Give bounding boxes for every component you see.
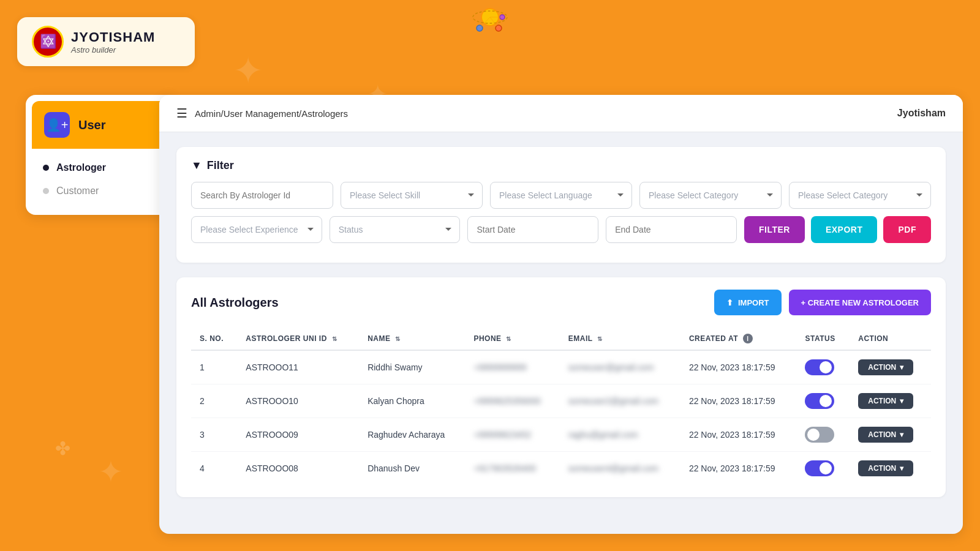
hamburger-icon[interactable]: ☰ [176,106,187,121]
topbar-username: Jyotisham [897,108,946,119]
filter-row-2: Please Select Experience Status FILTER E… [191,216,931,243]
pdf-button[interactable]: PDF [883,216,931,243]
category2-select[interactable]: Please Select Category [789,182,931,209]
cell-phone: +9999625356000 [465,384,559,418]
col-uni-id: ASTROLOGER UNI ID ⇅ [237,328,359,350]
table-actions: ⬆ IMPORT + CREATE NEW ASTROLOGER [714,290,931,315]
cell-email: someuser2@gmail.com [560,384,680,418]
sidebar-item-customer[interactable]: Customer [38,179,160,203]
export-button[interactable]: EXPORT [811,216,878,243]
customer-label: Customer [56,186,99,197]
filter-title: Filter [207,159,234,172]
cell-sno: 2 [191,384,237,418]
status-toggle[interactable] [805,359,834,375]
start-date-input[interactable] [467,216,598,243]
cell-name: Dhanush Dev [359,452,465,485]
astrologer-label: Astrologer [56,162,106,173]
import-button[interactable]: ⬆ IMPORT [714,290,782,315]
col-name: NAME ⇅ [359,328,465,350]
filter-actions: FILTER EXPORT PDF [744,216,931,243]
cell-created-at: 22 Nov, 2023 18:17:59 [680,384,797,418]
table-row: 1 ASTROOO11 Riddhi Swamy +9999999999 som… [191,350,931,384]
cell-sno: 4 [191,452,237,485]
table-row: 3 ASTROOO09 Raghudev Acharaya +999996234… [191,418,931,452]
cell-status [796,384,850,418]
logo-card: 🔯 JYOTISHAM Astro builder [17,17,195,66]
cell-sno: 1 [191,350,237,384]
action-button[interactable]: ACTION ▾ [858,393,913,409]
table-title: All Astrologers [191,296,279,310]
app-subtitle: Astro builder [71,45,155,54]
status-toggle[interactable] [805,393,834,409]
category1-select[interactable]: Please Select Category [639,182,782,209]
cell-email: raghu@gmail.com [560,418,680,452]
main-panel: ☰ Admin/User Management/Astrologers Jyot… [159,95,963,534]
filter-section: ▼ Filter Please Select Skill Please Sele… [176,147,946,263]
cell-created-at: 22 Nov, 2023 18:17:59 [680,418,797,452]
action-chevron-icon: ▾ [900,464,903,473]
action-chevron-icon: ▾ [900,397,903,405]
cell-action: ACTION ▾ [850,452,931,485]
cell-action: ACTION ▾ [850,384,931,418]
col-phone: PHONE ⇅ [465,328,559,350]
cell-name: Kalyan Chopra [359,384,465,418]
status-toggle[interactable] [805,427,834,443]
logo-icon: 🔯 [32,26,64,58]
app-name: JYOTISHAM [71,29,155,45]
table-header-row: All Astrologers ⬆ IMPORT + CREATE NEW AS… [191,290,931,315]
cell-created-at: 22 Nov, 2023 18:17:59 [680,350,797,384]
content: ▼ Filter Please Select Skill Please Sele… [159,132,963,533]
end-date-input[interactable] [606,216,737,243]
cell-email: someuser4@gmail.com [560,452,680,485]
sidebar-menu: Astrologer Customer [26,149,173,215]
create-astrologer-button[interactable]: + CREATE NEW ASTROLOGER [789,290,931,315]
cell-name: Riddhi Swamy [359,350,465,384]
cell-email: someuser@gmail.com [560,350,680,384]
action-chevron-icon: ▾ [900,363,903,372]
breadcrumb: Admin/User Management/Astrologers [195,108,348,119]
sidebar: 👤+ User Astrologer Customer [26,95,173,215]
cell-uni-id: ASTROOO08 [237,452,359,485]
action-button[interactable]: ACTION ▾ [858,460,913,476]
search-by-id-input[interactable] [191,182,333,209]
filter-button[interactable]: FILTER [744,216,805,243]
sidebar-item-astrologer[interactable]: Astrologer [38,156,160,179]
table-header: S. NO. ASTROLOGER UNI ID ⇅ NAME ⇅ PHONE … [191,328,931,350]
skill-select[interactable]: Please Select Skill [341,182,483,209]
import-icon: ⬆ [726,298,733,307]
cell-action: ACTION ▾ [850,350,931,384]
cell-status [796,418,850,452]
sidebar-user-section[interactable]: 👤+ User [32,101,167,149]
created-at-info-icon[interactable]: i [743,334,753,343]
language-select[interactable]: Please Select Language [490,182,632,209]
cell-status [796,350,850,384]
logo-text: JYOTISHAM Astro builder [71,29,155,54]
status-select[interactable]: Status [330,216,461,243]
topbar-left: ☰ Admin/User Management/Astrologers [176,106,348,121]
sidebar-user-label: User [78,118,105,132]
cell-phone: +99999623452 [465,418,559,452]
cell-uni-id: ASTROOO10 [237,384,359,418]
topbar: ☰ Admin/User Management/Astrologers Jyot… [159,95,963,132]
cell-action: ACTION ▾ [850,418,931,452]
action-chevron-icon: ▾ [900,430,903,439]
status-toggle[interactable] [805,460,834,476]
filter-row-1: Please Select Skill Please Select Langua… [191,182,931,209]
col-status: STATUS [796,328,850,350]
sidebar-user-icon: 👤+ [44,112,70,138]
cell-name: Raghudev Acharaya [359,418,465,452]
astrologers-table: S. NO. ASTROLOGER UNI ID ⇅ NAME ⇅ PHONE … [191,328,931,485]
table-section: All Astrologers ⬆ IMPORT + CREATE NEW AS… [176,277,946,497]
action-button[interactable]: ACTION ▾ [858,427,913,443]
col-created-at: CREATED AT i [680,328,797,350]
col-email: EMAIL ⇅ [560,328,680,350]
table-row: 4 ASTROOO08 Dhanush Dev +917903526400 so… [191,452,931,485]
cell-sno: 3 [191,418,237,452]
col-sno: S. NO. [191,328,237,350]
action-button[interactable]: ACTION ▾ [858,359,913,375]
experience-select[interactable]: Please Select Experience [191,216,322,243]
cell-phone: +9999999999 [465,350,559,384]
filter-icon: ▼ [191,159,202,172]
inactive-dot [43,188,49,194]
filter-header: ▼ Filter [191,159,931,172]
